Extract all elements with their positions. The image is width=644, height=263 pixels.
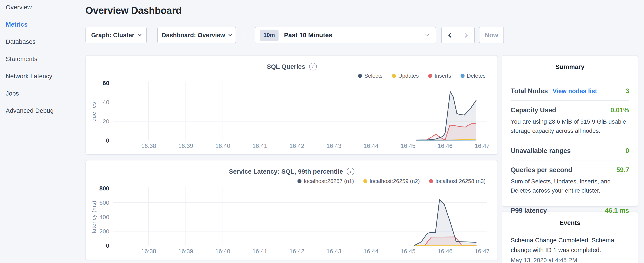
- svg-text:16:38: 16:38: [141, 143, 156, 149]
- events-panel: Events Schema Change Completed: Schema c…: [502, 211, 638, 263]
- summary-row-label: Unavailable ranges: [511, 147, 571, 155]
- svg-text:16:38: 16:38: [141, 248, 156, 254]
- svg-text:0: 0: [106, 137, 109, 144]
- svg-text:0: 0: [106, 242, 109, 249]
- chevron-down-icon: [424, 32, 430, 37]
- sidebar-item-overview[interactable]: Overview: [6, 4, 54, 11]
- summary-row-value: 46.1 ms: [605, 207, 629, 214]
- view-nodes-list-link[interactable]: View nodes list: [552, 88, 597, 95]
- chart-plot[interactable]: 020406016:3816:3916:4016:4116:4216:4316:…: [86, 56, 498, 154]
- time-range-pager: [441, 27, 475, 43]
- graph-source-select-label: Graph: Cluster: [91, 32, 134, 39]
- graph-source-select[interactable]: Graph: Cluster: [86, 27, 147, 43]
- sidebar-item-network-latency[interactable]: Network Latency: [6, 72, 54, 80]
- summary-row-total-nodes: Total Nodes View nodes list 3: [511, 82, 629, 100]
- sidebar-item-metrics[interactable]: Metrics: [6, 21, 54, 28]
- svg-text:latency (ms): latency (ms): [90, 201, 97, 233]
- controls-bar: Graph: Cluster Dashboard: Overview 10m P…: [86, 27, 506, 43]
- metrics-page: Overview Metrics Databases Statements Ne…: [0, 0, 644, 263]
- right-sidebar: Summary Total Nodes View nodes list 3 Ca…: [502, 55, 638, 263]
- svg-text:16:44: 16:44: [364, 248, 378, 254]
- summary-rows: Total Nodes View nodes list 3 Capacity U…: [511, 82, 629, 220]
- svg-text:800: 800: [99, 185, 109, 192]
- svg-text:16:40: 16:40: [216, 143, 230, 149]
- svg-text:16:39: 16:39: [178, 248, 193, 254]
- svg-text:400: 400: [99, 214, 109, 220]
- svg-text:16:45: 16:45: [400, 143, 416, 149]
- svg-text:16:46: 16:46: [438, 248, 452, 254]
- svg-text:600: 600: [99, 199, 109, 206]
- svg-text:16:42: 16:42: [289, 248, 304, 254]
- sidebar-item-statements[interactable]: Statements: [6, 55, 54, 63]
- svg-text:60: 60: [103, 80, 109, 86]
- sidebar-item-databases[interactable]: Databases: [6, 38, 54, 46]
- controls-divider: [244, 27, 244, 43]
- chevron-down-icon: [228, 32, 232, 36]
- sidebar: Overview Metrics Databases Statements Ne…: [6, 4, 54, 114]
- svg-text:16:41: 16:41: [252, 143, 267, 149]
- event-text: Schema Change Completed: Schema change w…: [511, 235, 629, 255]
- sql-queries-chart-card: SQL Queries i SelectsUpdatesInsertsDelet…: [86, 55, 498, 155]
- svg-text:16:45: 16:45: [400, 248, 416, 254]
- svg-text:20: 20: [103, 118, 109, 125]
- chart-plot[interactable]: 020040060080016:3816:3916:4016:4116:4216…: [86, 160, 498, 260]
- sidebar-item-advanced-debug[interactable]: Advanced Debug: [6, 107, 54, 114]
- chevron-right-icon: [463, 33, 468, 38]
- svg-text:200: 200: [99, 228, 109, 235]
- summary-row-label: P99 latency: [511, 207, 547, 214]
- summary-row-queries-per-second: Queries per second 59.7 Sum of Selects, …: [511, 160, 629, 201]
- svg-text:16:40: 16:40: [216, 248, 230, 254]
- svg-text:16:43: 16:43: [326, 143, 342, 149]
- summary-title: Summary: [511, 63, 629, 70]
- event-item[interactable]: Schema Change Completed: Schema change w…: [511, 235, 629, 263]
- svg-text:40: 40: [103, 99, 109, 106]
- summary-row-label: Capacity Used: [511, 106, 556, 114]
- service-latency-chart-card: Service Latency: SQL, 99th percentile i …: [86, 160, 498, 260]
- now-button[interactable]: Now: [479, 27, 504, 43]
- time-range-label: Past 10 Minutes: [284, 32, 425, 39]
- svg-text:16:41: 16:41: [252, 248, 267, 254]
- svg-text:16:47: 16:47: [475, 248, 490, 254]
- time-range-picker[interactable]: 10m Past 10 Minutes: [255, 27, 436, 43]
- svg-text:16:42: 16:42: [289, 143, 304, 149]
- page-title: Overview Dashboard: [86, 5, 498, 16]
- svg-text:16:47: 16:47: [475, 143, 490, 149]
- next-range-button[interactable]: [458, 27, 474, 43]
- svg-text:queries: queries: [90, 102, 97, 122]
- summary-row-capacity-used: Capacity Used 0.01% You are using 28.6 M…: [511, 100, 629, 141]
- summary-row-value: 0: [626, 147, 629, 155]
- event-time: May 13, 2020 at 4:45 PM: [511, 257, 629, 263]
- events-title: Events: [511, 219, 629, 226]
- chevron-left-icon: [448, 33, 453, 38]
- svg-text:16:46: 16:46: [438, 143, 452, 149]
- svg-text:16:39: 16:39: [178, 143, 193, 149]
- summary-row-subtext: You are using 28.6 MiB of 515.9 GiB usab…: [511, 117, 629, 136]
- dashboard-select[interactable]: Dashboard: Overview: [157, 27, 236, 43]
- time-range-badge: 10m: [260, 30, 278, 41]
- summary-panel: Summary Total Nodes View nodes list 3 Ca…: [502, 55, 638, 207]
- summary-row-label: Queries per second: [511, 166, 572, 174]
- summary-row-value: 0.01%: [610, 106, 629, 114]
- svg-text:16:43: 16:43: [326, 248, 342, 254]
- prev-range-button[interactable]: [442, 27, 458, 43]
- main-content: Overview Dashboard Graph: Cluster Dashbo…: [86, 0, 498, 263]
- summary-row-value: 3: [626, 87, 629, 95]
- summary-row-subtext: Sum of Selects, Updates, Inserts, and De…: [511, 177, 629, 195]
- svg-text:16:44: 16:44: [364, 143, 378, 149]
- summary-row-label: Total Nodes: [511, 87, 548, 95]
- sidebar-item-jobs[interactable]: Jobs: [6, 90, 54, 97]
- chevron-down-icon: [138, 32, 142, 36]
- dashboard-select-label: Dashboard: Overview: [162, 32, 225, 39]
- summary-row-unavailable-ranges: Unavailable ranges 0: [511, 141, 629, 160]
- summary-row-value: 59.7: [616, 166, 629, 174]
